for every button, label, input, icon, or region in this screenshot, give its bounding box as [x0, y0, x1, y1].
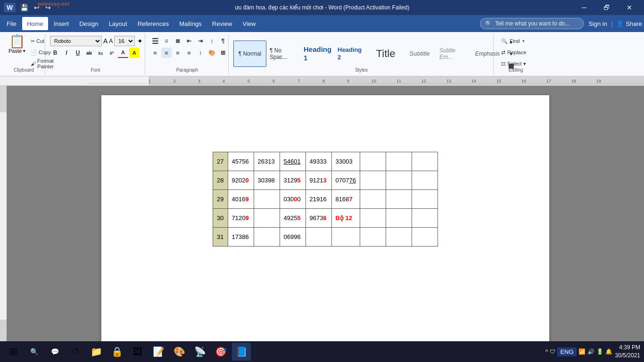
title-bar-left: W 💾 ↩ ↪ ▼ webxoso.net	[4, 3, 62, 12]
clipboard-label: Clipboard	[3, 67, 45, 73]
format-painter-icon: 🖌	[31, 61, 36, 66]
svg-text:6: 6	[272, 79, 275, 83]
word-button[interactable]: 📘	[232, 343, 251, 361]
italic-button[interactable]: I	[61, 48, 72, 58]
ruler: 1 2 3 4 5 6 7 8 9 10 11 12 13 14 15 16 1…	[0, 76, 644, 86]
menu-layout[interactable]: Layout	[104, 17, 132, 30]
style-title-preview: Title	[376, 48, 396, 60]
copy-icon: 📄	[31, 49, 37, 56]
document-page[interactable]: 27 45756 26313 54601 49333 33003 28 9202…	[101, 95, 549, 353]
document-area[interactable]: 27 45756 26313 54601 49333 33003 28 9202…	[7, 86, 644, 353]
menu-mailings[interactable]: Mailings	[174, 17, 206, 30]
multilevel-list-button[interactable]: ≣	[173, 36, 183, 46]
show-marks-button[interactable]: ¶	[218, 36, 228, 46]
replace-button[interactable]: ⇄ Replace	[498, 47, 529, 58]
editing-label: Editing	[495, 67, 537, 73]
style-subtitle[interactable]: Subtitle	[403, 41, 436, 67]
paint-button[interactable]: 🎨	[170, 343, 189, 361]
close-button[interactable]: ✕	[619, 0, 640, 15]
search-icon: 🔍	[485, 20, 492, 27]
align-left-button[interactable]: ≡	[150, 48, 160, 58]
minimize-button[interactable]: ─	[573, 0, 595, 15]
shading-button[interactable]: 🎨	[206, 48, 217, 58]
increase-indent-button[interactable]: ⇥	[195, 36, 206, 46]
svg-text:1: 1	[149, 79, 151, 83]
superscript-button[interactable]: x²	[107, 48, 117, 58]
font-size-grow-icon[interactable]: A	[103, 37, 107, 45]
clear-format-icon[interactable]: ✦	[136, 36, 144, 46]
font-family-select[interactable]: Roboto	[50, 36, 102, 46]
style-heading2[interactable]: Heading 2	[335, 41, 368, 67]
taskview-button[interactable]: ❐	[66, 343, 85, 361]
table-row: 27 45756 26313 54601 49333 33003	[213, 152, 438, 171]
bullets-button[interactable]: ☰	[150, 36, 160, 46]
security-button[interactable]: 🔒	[107, 343, 126, 361]
font-size-select[interactable]: 16.5	[114, 36, 135, 46]
cortana-button[interactable]: 💬	[45, 343, 64, 361]
underline-button[interactable]: U	[73, 48, 83, 58]
justify-button[interactable]: ≡	[184, 48, 194, 58]
svg-text:10: 10	[372, 79, 376, 83]
menu-design[interactable]: Design	[74, 17, 103, 30]
clock[interactable]: 4:39 PM 30/5/2021	[615, 344, 640, 360]
style-subtle-em[interactable]: Subtle Em...	[437, 41, 470, 67]
telegram-button[interactable]: 📡	[190, 343, 209, 361]
battery-icon[interactable]: 🔋	[596, 348, 603, 355]
scissors-icon: ✂	[31, 38, 35, 44]
restore-button[interactable]: 🗗	[596, 0, 618, 15]
tell-me-input[interactable]: 🔍 Tell me what you want to do...	[480, 18, 584, 29]
style-title[interactable]: Title	[369, 41, 402, 67]
cell-29-8	[386, 190, 412, 209]
cell-30-2: 71209	[228, 209, 254, 228]
svg-text:14: 14	[471, 79, 476, 83]
game-button[interactable]: 🎯	[211, 343, 230, 361]
font-size-shrink-icon[interactable]: A	[109, 38, 113, 44]
menu-review[interactable]: Review	[207, 17, 237, 30]
style-normal[interactable]: ¶ Normal	[233, 41, 266, 67]
line-spacing-button[interactable]: ↕	[195, 48, 206, 58]
numbered-list-button[interactable]: ≡	[161, 36, 172, 46]
red-nine: 9	[245, 196, 248, 203]
menu-insert[interactable]: Insert	[49, 17, 74, 30]
paste-button[interactable]: 📋 Paste ▼	[7, 34, 28, 55]
style-no-spacing[interactable]: ¶ No Spac...	[267, 41, 300, 67]
align-right-button[interactable]: ≡	[173, 48, 183, 58]
bold-button[interactable]: B	[50, 48, 60, 58]
cell-30-6: Bộ 12	[331, 209, 360, 228]
align-center-button[interactable]: ≡	[161, 48, 172, 58]
borders-button[interactable]: ⊞	[218, 48, 228, 58]
strikethrough-button[interactable]: ab	[84, 48, 94, 58]
svg-text:7: 7	[297, 79, 300, 83]
notepad-button[interactable]: 📝	[149, 343, 168, 361]
notification-icon[interactable]: 🔔	[605, 348, 612, 355]
style-heading1[interactable]: Heading 1	[301, 41, 334, 67]
explorer-button[interactable]: 📁	[87, 343, 106, 361]
menu-home[interactable]: Home	[22, 17, 48, 30]
decrease-indent-button[interactable]: ⇤	[184, 36, 194, 46]
sort-button[interactable]: ↕	[206, 36, 217, 46]
antivirus-icon[interactable]: 🛡	[550, 348, 555, 355]
font-label: Font	[46, 67, 145, 73]
menu-file[interactable]: File	[2, 17, 21, 30]
cell-28-5: 91213	[305, 171, 331, 190]
table-row: 28 92020 30398 31295 91213 070776	[213, 171, 438, 190]
share-button[interactable]: 👤 Share	[616, 20, 642, 27]
sign-in-button[interactable]: Sign in	[588, 20, 607, 27]
lang-bar-icon[interactable]: ENG	[557, 347, 576, 356]
menu-references[interactable]: References	[133, 17, 173, 30]
photos-button[interactable]: 🖼	[128, 343, 147, 361]
menu-view[interactable]: View	[238, 17, 260, 30]
font-color-button[interactable]: A	[118, 48, 128, 58]
network-icon[interactable]: 📶	[578, 348, 586, 355]
show-hidden-icon[interactable]: ^	[545, 348, 548, 355]
search-button[interactable]: 🔍	[25, 343, 43, 361]
subscript-button[interactable]: x₂	[95, 48, 106, 58]
cell-28-7	[360, 171, 386, 190]
volume-icon[interactable]: 🔊	[587, 348, 594, 355]
save-button[interactable]: 💾	[18, 3, 30, 12]
highlight-button[interactable]: A	[129, 48, 140, 58]
start-button[interactable]: ⊞	[4, 343, 23, 361]
find-button[interactable]: 🔍 Find ▼	[498, 36, 529, 46]
table-row: 31 17386 06996	[213, 228, 438, 247]
cell-30-8	[386, 209, 412, 228]
